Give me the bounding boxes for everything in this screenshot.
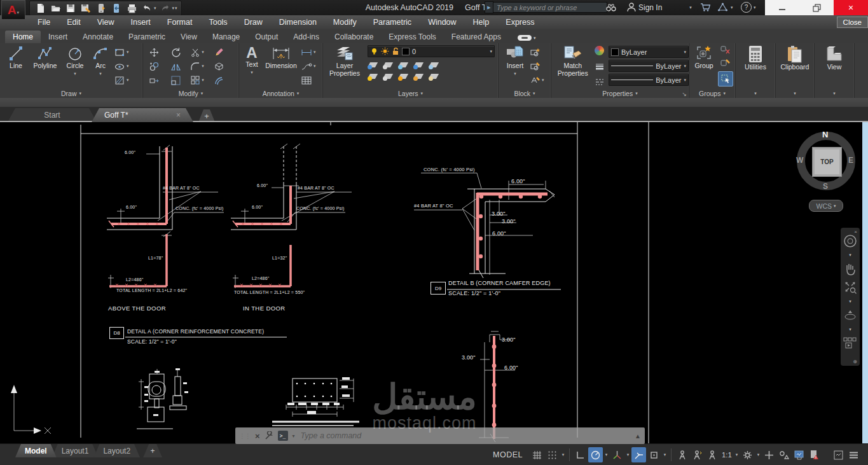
menu-tools[interactable]: Tools: [200, 18, 235, 27]
ellipse-tool-icon[interactable]: [114, 62, 125, 71]
layer-off-icon[interactable]: [368, 60, 378, 69]
text-caret-icon[interactable]: ▾: [251, 69, 253, 76]
group-button[interactable]: Group: [691, 43, 717, 69]
layer-select-caret-icon[interactable]: ▾: [490, 49, 492, 54]
new-drawing-tab-button[interactable]: +: [198, 109, 215, 122]
layer-match-icon[interactable]: [429, 60, 439, 69]
sign-in-caret-icon[interactable]: ▾: [689, 5, 692, 10]
save-as-icon[interactable]: [79, 3, 92, 14]
file-tab-start[interactable]: Start: [8, 108, 97, 122]
redo-caret-icon[interactable]: ▾: [172, 6, 175, 11]
ungroup-icon[interactable]: [720, 46, 731, 55]
minimize-button[interactable]: [765, 0, 799, 15]
line-button[interactable]: Line: [3, 43, 29, 69]
save-to-web-mobile-icon[interactable]: [95, 3, 107, 14]
undo-icon[interactable]: [141, 3, 153, 14]
layers-panel-title[interactable]: Layers▾: [323, 88, 498, 98]
groups-panel-title[interactable]: Groups▾: [689, 88, 735, 98]
draw-panel-title[interactable]: Draw▾: [0, 88, 142, 98]
menu-format[interactable]: Format: [159, 18, 201, 27]
layer-isolate-icon[interactable]: [383, 60, 394, 69]
file-tab-close-icon[interactable]: ×: [176, 111, 181, 120]
search-toggle-icon[interactable]: ▶: [485, 1, 493, 13]
graphics-performance-icon[interactable]: [792, 447, 807, 462]
erase-tool-icon[interactable]: [214, 47, 224, 58]
menu-file[interactable]: File: [29, 18, 59, 27]
layer-unlock-all-icon[interactable]: [413, 72, 424, 81]
utilities-button[interactable]: Utilities: [737, 43, 774, 71]
vertical-scrollbar[interactable]: [862, 122, 868, 443]
hardware-acceleration-icon[interactable]: [808, 447, 822, 462]
recent-commands-icon[interactable]: >_: [278, 431, 288, 441]
tab-featured-apps[interactable]: Featured Apps: [444, 31, 509, 43]
color-wheel-icon[interactable]: [595, 46, 604, 55]
object-snap-tracking-icon[interactable]: [631, 447, 646, 462]
stretch-tool-icon[interactable]: [149, 76, 160, 85]
fillet-tool-icon[interactable]: ▾: [190, 62, 204, 71]
menu-insert[interactable]: Insert: [123, 18, 159, 27]
layer-thaw-icon[interactable]: [398, 72, 409, 81]
command-history-icon[interactable]: ▲: [635, 433, 641, 440]
lineweight-caret-icon[interactable]: ▾: [684, 64, 686, 69]
viewcube-north[interactable]: N: [822, 130, 828, 139]
leader-icon[interactable]: [301, 62, 312, 71]
annotation-scale-icon[interactable]: [705, 447, 720, 462]
snap-mode-icon[interactable]: [545, 447, 560, 462]
open-file-icon[interactable]: [49, 3, 62, 14]
command-caret-icon[interactable]: ▾: [293, 433, 295, 439]
trim-caret-icon[interactable]: ▾: [202, 50, 204, 55]
hatch-tool-icon[interactable]: [114, 76, 125, 85]
new-layout-button[interactable]: +: [143, 444, 162, 457]
array-tool-icon[interactable]: ▾: [190, 75, 204, 86]
layer-lock-icon[interactable]: [413, 60, 424, 69]
application-menu-button[interactable]: A ▾: [1, 0, 25, 20]
linetype-list-icon[interactable]: [595, 78, 605, 87]
a360-caret-icon[interactable]: ▾: [731, 5, 733, 10]
layer-select[interactable]: 0 ▾: [368, 45, 495, 57]
wheel-caret-icon[interactable]: ▾: [849, 253, 851, 258]
menu-modify[interactable]: Modify: [325, 18, 365, 27]
linear-dim-caret-icon[interactable]: ▾: [313, 50, 316, 55]
command-close-icon[interactable]: ×: [255, 431, 260, 441]
polar-caret-icon[interactable]: ▾: [603, 452, 609, 457]
linetype-caret-icon[interactable]: ▾: [684, 78, 686, 83]
layer-paint-icon[interactable]: [429, 72, 439, 81]
zoom-caret-icon[interactable]: ▾: [849, 299, 851, 304]
view-button[interactable]: View: [816, 43, 853, 71]
scale-caret-icon[interactable]: ▾: [734, 452, 740, 457]
menu-help[interactable]: Help: [465, 18, 498, 27]
wcs-menu[interactable]: WCS▾: [809, 200, 843, 212]
fillet-caret-icon[interactable]: ▾: [202, 64, 204, 69]
help-button[interactable]: ? ▾: [741, 2, 756, 13]
menu-draw[interactable]: Draw: [236, 18, 271, 27]
trim-tool-icon[interactable]: ▾: [190, 48, 204, 57]
rectangle-caret-icon[interactable]: ▾: [127, 50, 129, 55]
viewcube-top-face[interactable]: TOP: [812, 147, 842, 177]
menu-express[interactable]: Express: [497, 18, 542, 27]
clean-screen-icon[interactable]: [831, 447, 846, 462]
restore-button[interactable]: [799, 0, 834, 15]
clipboard-button[interactable]: Clipboard: [776, 43, 813, 71]
search-input[interactable]: [493, 2, 607, 13]
navigation-wheel-icon[interactable]: [843, 234, 857, 248]
view-panel-title[interactable]: ▾: [815, 88, 854, 98]
menu-parametric[interactable]: Parametric: [365, 18, 420, 27]
workspace-caret-icon[interactable]: ▾: [755, 452, 761, 457]
zoom-extents-icon[interactable]: [844, 281, 857, 295]
new-file-icon[interactable]: [34, 3, 46, 14]
undo-caret-icon[interactable]: ▾: [154, 6, 156, 11]
model-space-indicator[interactable]: MODEL: [493, 450, 523, 459]
navbar-close-icon[interactable]: ×: [854, 229, 857, 235]
match-properties-button[interactable]: Match Properties: [554, 43, 592, 77]
polar-tracking-icon[interactable]: [588, 447, 603, 462]
annotation-autoscale-icon[interactable]: [690, 447, 705, 462]
annotation-monitor-icon[interactable]: [762, 447, 776, 462]
menu-view[interactable]: View: [89, 18, 123, 27]
viewcube-west[interactable]: W: [796, 156, 803, 165]
polyline-button[interactable]: Polyline: [29, 43, 61, 69]
ortho-mode-icon[interactable]: [573, 447, 588, 462]
file-tab-goff[interactable]: Goff T* ×: [92, 108, 193, 122]
osnap-caret-icon[interactable]: ▾: [662, 452, 668, 457]
snap-caret-icon[interactable]: ▾: [560, 452, 566, 457]
ribbon-minimize-button[interactable]: ▾: [518, 35, 536, 41]
